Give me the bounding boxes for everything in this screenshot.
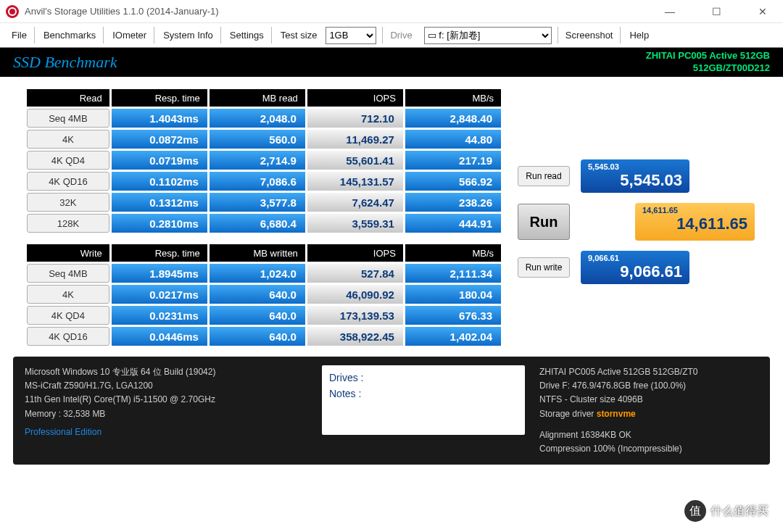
watermark-icon: 值: [684, 500, 706, 522]
col-header: IOPS: [307, 89, 403, 107]
menu-file[interactable]: File: [4, 27, 35, 43]
cell-mbs: 1,402.04: [405, 327, 501, 346]
cell-rt: 0.2810ms: [112, 214, 207, 233]
close-button[interactable]: ✕: [748, 6, 777, 17]
total-score: 14,611.65 14,611.65: [635, 203, 755, 241]
cell-mbs: 566.92: [405, 172, 501, 191]
cell-rt: 0.1102ms: [112, 172, 207, 191]
test-size-select[interactable]: 1GB: [326, 27, 376, 44]
table-row: 32K0.1312ms3,577.87,624.47238.26: [27, 193, 501, 212]
row-label: 32K: [27, 193, 109, 212]
cell-iops: 7,624.47: [307, 193, 403, 212]
cell-iops: 173,139.53: [307, 306, 403, 325]
content: ReadResp. timeMB readIOPSMB/s Seq 4MB1.4…: [0, 77, 783, 355]
table-row: 128K0.2810ms6,680.43,559.31444.91: [27, 214, 501, 233]
menu-iometer[interactable]: IOmeter: [105, 27, 154, 43]
col-header: Write: [27, 244, 109, 262]
col-header: IOPS: [307, 244, 403, 262]
cell-rt: 0.0872ms: [112, 130, 207, 149]
row-label: 4K QD4: [27, 151, 109, 170]
menu-screenshot[interactable]: Screenshot: [558, 27, 621, 43]
cell-iops: 145,131.57: [307, 172, 403, 191]
row-label: 4K QD16: [27, 172, 109, 191]
titlebar: Anvil's Storage Utilities 1.1.0 (2014-Ja…: [0, 0, 783, 23]
run-button[interactable]: Run: [518, 204, 570, 240]
table-row: 4K QD160.0446ms640.0358,922.451,402.04: [27, 327, 501, 346]
cell-mbs: 217.19: [405, 151, 501, 170]
table-row: Seq 4MB1.8945ms1,024.0527.842,111.34: [27, 264, 501, 283]
row-label: 4K QD4: [27, 306, 109, 325]
cell-mbs: 180.04: [405, 285, 501, 304]
cell-mbs: 2,848.40: [405, 109, 501, 128]
device-line1: ZHITAI PC005 Active 512GB: [646, 50, 770, 62]
window-title: Anvil's Storage Utilities 1.1.0 (2014-Ja…: [25, 6, 219, 17]
table-row: Seq 4MB1.4043ms2,048.0712.102,848.40: [27, 109, 501, 128]
cell-rt: 0.0719ms: [112, 151, 207, 170]
menu-system-info[interactable]: System Info: [156, 27, 221, 43]
cell-rt: 1.4043ms: [112, 109, 207, 128]
cell-iops: 55,601.41: [307, 151, 403, 170]
row-label: Seq 4MB: [27, 264, 109, 283]
write-score: 9,066.61 9,066.61: [581, 251, 689, 284]
row-label: 4K: [27, 130, 109, 149]
cell-mb: 1,024.0: [210, 264, 305, 283]
col-header: Read: [27, 89, 109, 107]
menu-test-size[interactable]: Test size: [273, 27, 325, 43]
table-row: 4K QD40.0719ms2,714.955,601.41217.19: [27, 151, 501, 170]
cell-mb: 640.0: [210, 327, 305, 346]
cell-mb: 3,577.8: [210, 193, 305, 212]
table-row: 4K QD40.0231ms640.0173,139.53676.33: [27, 306, 501, 325]
notes-box: Drives : Notes :: [322, 365, 525, 435]
device-line2: 512GB/ZT00D212: [646, 62, 770, 75]
cell-mb: 640.0: [210, 285, 305, 304]
cell-rt: 1.8945ms: [112, 264, 207, 283]
edition-label: Professional Edition: [25, 425, 307, 439]
drive-label: Drive: [382, 27, 419, 43]
menu-settings[interactable]: Settings: [223, 27, 272, 43]
cell-mb: 6,680.4: [210, 214, 305, 233]
col-header: MB written: [210, 244, 305, 262]
menu-benchmarks[interactable]: Benchmarks: [36, 27, 104, 43]
cell-rt: 0.0231ms: [112, 306, 207, 325]
col-header: MB read: [210, 89, 305, 107]
col-header: Resp. time: [112, 244, 207, 262]
cell-mbs: 44.80: [405, 130, 501, 149]
minimize-button[interactable]: —: [655, 6, 684, 17]
tables: ReadResp. timeMB readIOPSMB/s Seq 4MB1.4…: [25, 87, 503, 348]
device-info: ZHITAI PC005 Active 512GB 512GB/ZT00D212: [646, 50, 770, 75]
menubar: File Benchmarks IOmeter System Info Sett…: [0, 23, 783, 48]
cell-mb: 560.0: [210, 130, 305, 149]
cell-mb: 640.0: [210, 306, 305, 325]
table-row: 4K QD160.1102ms7,086.6145,131.57566.92: [27, 172, 501, 191]
row-label: 128K: [27, 214, 109, 233]
read-table: ReadResp. timeMB readIOPSMB/s Seq 4MB1.4…: [25, 87, 503, 235]
cell-mb: 7,086.6: [210, 172, 305, 191]
menu-help[interactable]: Help: [622, 27, 656, 43]
cell-iops: 46,090.92: [307, 285, 403, 304]
app-icon: [6, 5, 19, 18]
cell-iops: 527.84: [307, 264, 403, 283]
row-label: 4K: [27, 285, 109, 304]
write-table: WriteResp. timeMB writtenIOPSMB/s Seq 4M…: [25, 242, 503, 348]
cell-rt: 0.1312ms: [112, 193, 207, 212]
maximize-button[interactable]: ☐: [702, 6, 731, 17]
side-panel: Run read 5,545.03 5,545.03 Run 14,611.65…: [518, 87, 764, 348]
read-score: 5,545.03 5,545.03: [581, 159, 689, 193]
cell-iops: 3,559.31: [307, 214, 403, 233]
system-info: Microsoft Windows 10 专业版 64 位 Build (190…: [25, 365, 307, 456]
cell-mbs: 2,111.34: [405, 264, 501, 283]
cell-mbs: 238.26: [405, 193, 501, 212]
run-read-button[interactable]: Run read: [518, 166, 570, 186]
run-write-button[interactable]: Run write: [518, 257, 570, 278]
banner: SSD Benchmark ZHITAI PC005 Active 512GB …: [0, 48, 783, 77]
footer: Microsoft Windows 10 专业版 64 位 Build (190…: [13, 357, 770, 465]
col-header: Resp. time: [112, 89, 207, 107]
drive-info: ZHITAI PC005 Active 512GB 512GB/ZT0 Driv…: [539, 365, 758, 456]
col-header: MB/s: [405, 89, 501, 107]
cell-mb: 2,048.0: [210, 109, 305, 128]
row-label: Seq 4MB: [27, 109, 109, 128]
window-controls: — ☐ ✕: [655, 6, 777, 17]
banner-title: SSD Benchmark: [13, 53, 117, 72]
cell-mb: 2,714.9: [210, 151, 305, 170]
drive-select[interactable]: ▭ f: [新加卷]: [424, 27, 552, 44]
